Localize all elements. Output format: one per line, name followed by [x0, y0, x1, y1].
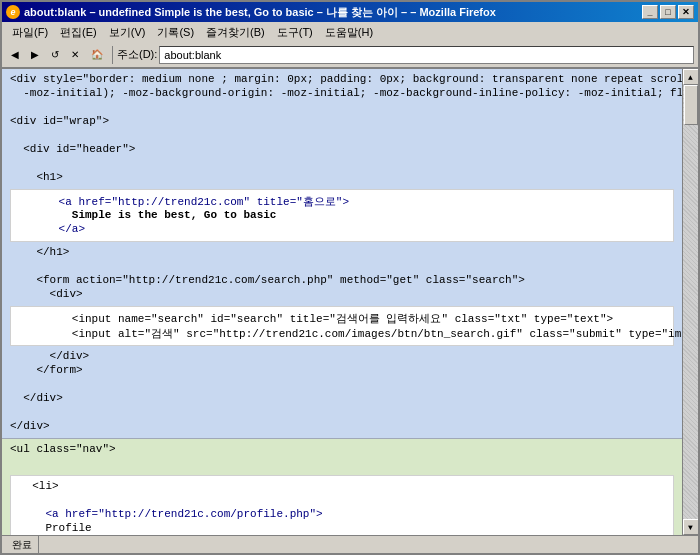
code-section-header: <div style="border: medium none ; margin…	[2, 69, 682, 439]
code-line: <a href="http://trend21c.com/profile.php…	[19, 508, 665, 522]
menu-file[interactable]: 파일(F)	[6, 24, 54, 41]
back-button[interactable]: ◀	[6, 44, 24, 66]
scroll-track[interactable]	[683, 85, 698, 519]
main-content: <div style="border: medium none ; margin…	[2, 69, 682, 535]
code-line: <div style="border: medium none ; margin…	[10, 73, 674, 87]
code-line: Profile	[19, 522, 665, 535]
reload-button[interactable]: ↺	[46, 44, 64, 66]
menu-help[interactable]: 도움말(H)	[319, 24, 379, 41]
code-line	[10, 157, 674, 171]
menu-edit[interactable]: 편집(E)	[54, 24, 103, 41]
code-line: <div>	[10, 288, 674, 302]
forward-button[interactable]: ▶	[26, 44, 44, 66]
titlebar-buttons: _ □ ✕	[642, 5, 694, 19]
code-line: <input name="search" id="search" title="…	[19, 311, 665, 326]
code-line	[10, 129, 674, 143]
code-subsection-link: <a href="http://trend21c.com" title="홈으로…	[10, 189, 674, 242]
stop-button[interactable]: ✕	[66, 44, 84, 66]
code-line	[10, 406, 674, 420]
code-line	[10, 378, 674, 392]
scroll-up-button[interactable]: ▲	[683, 69, 699, 85]
code-line: </div>	[10, 350, 674, 364]
titlebar: e about:blank – undefined Simple is the …	[2, 2, 698, 22]
code-line: <div id="wrap">	[10, 115, 674, 129]
menu-history[interactable]: 기록(S)	[151, 24, 200, 41]
address-label: 주소(D):	[117, 47, 157, 62]
code-line: <input alt="검색" src="http://trend21c.com…	[19, 326, 665, 341]
code-line: -moz-initial); -moz-background-origin: -…	[10, 87, 674, 101]
address-input[interactable]	[159, 46, 694, 64]
code-line: <ul class="nav">	[10, 443, 674, 457]
menu-bookmarks[interactable]: 즐겨찾기(B)	[200, 24, 271, 41]
status-text: 완료	[6, 536, 39, 553]
menu-tools[interactable]: 도구(T)	[271, 24, 319, 41]
code-line: <h1>	[10, 171, 674, 185]
code-line: Simple is the best, Go to basic	[19, 209, 665, 223]
window-title: about:blank – undefined Simple is the be…	[24, 5, 496, 20]
code-line: <a href="http://trend21c.com" title="홈으로…	[19, 194, 665, 209]
code-line: </form>	[10, 364, 674, 378]
maximize-button[interactable]: □	[660, 5, 676, 19]
toolbar: ◀ ▶ ↺ ✕ 🏠 주소(D):	[2, 42, 698, 68]
toolbar-separator	[112, 46, 113, 64]
menubar: 파일(F) 편집(E) 보기(V) 기록(S) 즐겨찾기(B) 도구(T) 도움…	[2, 22, 698, 42]
code-line: </h1>	[10, 246, 674, 260]
firefox-icon: e	[6, 5, 20, 19]
close-button[interactable]: ✕	[678, 5, 694, 19]
scrollbar-vertical[interactable]: ▲ ▼	[682, 69, 698, 535]
menu-view[interactable]: 보기(V)	[103, 24, 152, 41]
scroll-thumb[interactable]	[684, 85, 698, 125]
code-line: </a>	[19, 223, 665, 237]
code-line	[10, 457, 674, 471]
code-line: </div>	[10, 420, 674, 434]
scroll-down-button[interactable]: ▼	[683, 519, 699, 535]
code-line	[19, 494, 665, 508]
statusbar: 완료	[2, 535, 698, 553]
code-line: <li>	[19, 480, 665, 494]
minimize-button[interactable]: _	[642, 5, 658, 19]
titlebar-title-area: e about:blank – undefined Simple is the …	[6, 5, 496, 20]
code-section-nav: <ul class="nav"> <li> <a href="http://tr…	[2, 439, 682, 535]
code-line	[10, 101, 674, 115]
code-line: <form action="http://trend21c.com/search…	[10, 274, 674, 288]
content-area: <div style="border: medium none ; margin…	[2, 68, 698, 535]
browser-window: e about:blank – undefined Simple is the …	[0, 0, 700, 555]
code-line: </div>	[10, 392, 674, 406]
nav-item-profile: <li> <a href="http://trend21c.com/profil…	[10, 475, 674, 535]
code-subsection-inputs: <input name="search" id="search" title="…	[10, 306, 674, 346]
home-button[interactable]: 🏠	[86, 44, 108, 66]
code-line	[10, 260, 674, 274]
code-line: <div id="header">	[10, 143, 674, 157]
